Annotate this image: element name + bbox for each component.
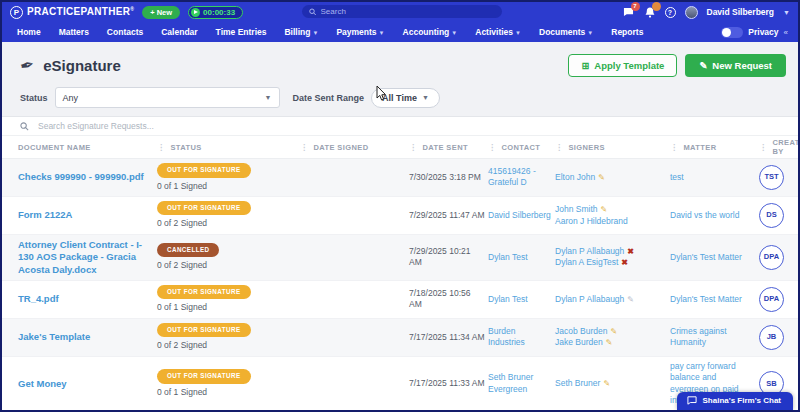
new-button[interactable]: + New	[142, 6, 180, 19]
signer-link[interactable]: Seth Bruner	[555, 378, 600, 388]
matter-link[interactable]: Dylan's Test Matter	[670, 252, 742, 262]
document-name-link[interactable]: Jake's Template	[18, 331, 154, 343]
created-by-avatar[interactable]: TST	[759, 165, 784, 190]
privacy-toggle[interactable]	[721, 27, 743, 38]
column-header-date-sent[interactable]: ⋮DATE SENT	[409, 143, 485, 152]
document-name-link[interactable]: TR_4.pdf	[18, 293, 154, 305]
column-resize-handle[interactable]: ⋮	[670, 143, 678, 152]
signer-link[interactable]: Jake Burden	[555, 337, 603, 347]
cell-signers: Elton John✎	[555, 172, 667, 184]
apply-template-button[interactable]: ⊞ Apply Template	[568, 54, 677, 77]
cell-contact: David Silberberg	[488, 210, 552, 221]
contact-link[interactable]: Dylan Test	[488, 252, 528, 262]
created-by-avatar[interactable]: DPA	[759, 245, 784, 270]
nav-item-payments[interactable]: Payments▼	[327, 27, 393, 37]
nav-item-accounting[interactable]: Accounting▼	[394, 27, 467, 37]
user-menu-chevron-down-icon[interactable]: ▼	[783, 9, 790, 16]
practicepanther-logo[interactable]: P PRACTICEPANTHER®	[10, 6, 134, 19]
timer-play-icon[interactable]	[191, 8, 200, 17]
contact-link[interactable]: Seth Bruner Evergreen	[488, 372, 533, 393]
cell-matter: Crimes against Humanity	[670, 326, 756, 349]
signer-link[interactable]: Elton John	[555, 172, 595, 182]
table-body: Checks 999990 - 999990.pdfOUT FOR SIGNAT…	[2, 159, 798, 412]
table-row[interactable]: TR_4.pdfOUT FOR SIGNATURE0 of 1 Signed7/…	[2, 281, 798, 319]
nav-item-documents[interactable]: Documents▼	[530, 27, 602, 37]
column-resize-handle[interactable]: ⋮	[488, 143, 496, 152]
column-resize-handle[interactable]: ⋮	[759, 143, 767, 152]
cell-created-by: DPA	[759, 287, 800, 312]
cell-document-name: Jake's Template	[18, 331, 154, 343]
global-search[interactable]	[302, 5, 502, 18]
matter-link[interactable]: David vs the world	[670, 210, 739, 220]
table-row[interactable]: Form 2122AOUT FOR SIGNATURE0 of 2 Signed…	[2, 197, 798, 235]
matter-link[interactable]: Dylan's Test Matter	[670, 294, 742, 304]
signer-link[interactable]: Dylan A EsigTest	[555, 257, 618, 267]
table-row[interactable]: Attorney Client Contract - I-130 AOS Pac…	[2, 235, 798, 281]
column-resize-handle[interactable]: ⋮	[157, 143, 165, 152]
document-name-link[interactable]: Get Money	[18, 378, 154, 390]
contact-link[interactable]: Dylan Test	[488, 294, 528, 304]
cell-signers: Dylan P Allabaugh✎	[555, 294, 667, 306]
signer-link[interactable]: Jacob Burden	[555, 326, 607, 336]
nav-item-home[interactable]: Home	[8, 27, 50, 37]
document-name-link[interactable]: Attorney Client Contract - I-130 AOS Pac…	[18, 239, 154, 276]
nav-item-reports[interactable]: Reports	[602, 27, 652, 37]
privacy-collapse-icon[interactable]: «	[784, 28, 788, 37]
column-resize-handle[interactable]: ⋮	[555, 143, 563, 152]
signed-count: 0 of 2 Signed	[157, 260, 297, 271]
cell-signers: Seth Bruner✎	[555, 378, 667, 390]
notifications-bell-icon[interactable]	[644, 6, 656, 18]
timer-widget[interactable]: 00:00:33	[188, 6, 243, 19]
status-filter-select[interactable]: Any ▼	[55, 87, 280, 108]
document-name-link[interactable]: Checks 999990 - 999990.pdf	[18, 171, 154, 183]
matter-link[interactable]: Crimes against Humanity	[670, 326, 727, 347]
nav-item-contacts[interactable]: Contacts	[98, 27, 152, 37]
table-row[interactable]: Jake's TemplateOUT FOR SIGNATURE0 of 2 S…	[2, 319, 798, 357]
column-header-date-signed[interactable]: ⋮DATE SIGNED	[300, 143, 406, 152]
signer-row: Dylan P Allabaugh✖	[555, 246, 667, 258]
column-header-status[interactable]: ⋮STATUS	[157, 143, 297, 152]
new-request-button[interactable]: ✎ New Request	[685, 54, 786, 77]
table-search-row[interactable]	[2, 117, 798, 136]
column-header-matter[interactable]: ⋮MATTER	[670, 143, 756, 152]
chevron-down-icon: ▼	[312, 30, 318, 36]
created-by-avatar[interactable]: DPA	[759, 287, 784, 312]
column-header-signers[interactable]: ⋮SIGNERS	[555, 143, 667, 152]
nav-item-billing[interactable]: Billing▼	[275, 27, 327, 37]
help-icon[interactable]: ?	[665, 7, 676, 18]
table-search-input[interactable]	[38, 121, 338, 131]
user-name[interactable]: David Silberberg	[707, 7, 775, 17]
matter-link[interactable]: test	[670, 172, 684, 182]
signer-link[interactable]: John Smith	[555, 204, 598, 214]
nav-item-activities[interactable]: Activities▼	[466, 27, 530, 37]
nav-item-time-entries[interactable]: Time Entries	[207, 27, 276, 37]
brand-name: PRACTICEPANTHER®	[27, 6, 134, 17]
firm-chat-widget[interactable]: Shaina's Firm's Chat	[677, 392, 794, 410]
global-search-input[interactable]	[321, 7, 496, 16]
messages-icon[interactable]: 7	[623, 6, 635, 18]
table-row[interactable]: Checks 999990 - 999990.pdfOUT FOR SIGNAT…	[2, 159, 798, 197]
column-header-created-by[interactable]: ⋮CREATED BY	[759, 138, 800, 156]
select-caret-icon: ▼	[265, 94, 272, 101]
date-range-select[interactable]: All Time ▼	[371, 88, 440, 108]
document-name-link[interactable]: Form 2122A	[18, 209, 154, 221]
signer-row: Aaron J Hildebrand	[555, 216, 667, 227]
contact-link[interactable]: Burden Industries	[488, 326, 525, 347]
nav-item-matters[interactable]: Matters	[50, 27, 98, 37]
contact-link[interactable]: 415619426 - Grateful D	[488, 166, 536, 187]
contact-link[interactable]: David Silberberg	[488, 210, 551, 220]
signer-row: Dylan P Allabaugh✎	[555, 294, 667, 306]
column-resize-handle[interactable]: ⋮	[300, 143, 308, 152]
cell-date-sent: 7/29/2025 10:21 AM	[409, 246, 485, 269]
user-avatar[interactable]	[685, 6, 698, 19]
column-resize-handle[interactable]: ⋮	[409, 143, 417, 152]
column-header-document-name[interactable]: DOCUMENT NAME	[18, 143, 154, 152]
created-by-avatar[interactable]: DS	[759, 203, 784, 228]
nav-item-calendar[interactable]: Calendar	[152, 27, 206, 37]
created-by-avatar[interactable]: JB	[759, 325, 784, 350]
column-header-contact[interactable]: ⋮CONTACT	[488, 143, 552, 152]
signer-link[interactable]: Dylan P Allabaugh	[555, 246, 624, 256]
signer-link[interactable]: Dylan P Allabaugh	[555, 294, 624, 304]
signer-link[interactable]: Aaron J Hildebrand	[555, 216, 628, 226]
signature-pen-icon: ✎	[627, 295, 634, 304]
